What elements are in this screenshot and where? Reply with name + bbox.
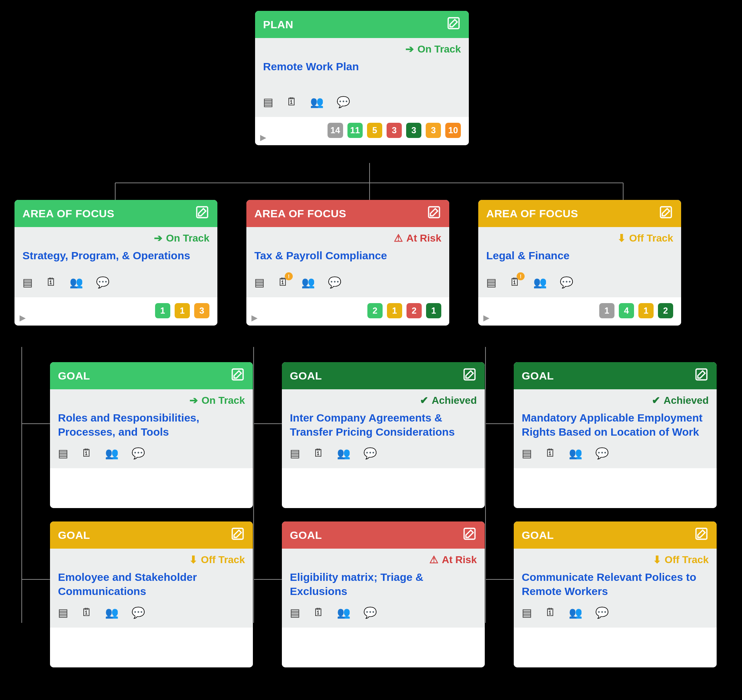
count-badge[interactable]: 1	[426, 303, 441, 318]
arrow-circle-right-icon: ➔	[190, 394, 198, 406]
group-icon[interactable]: 👥	[337, 447, 350, 460]
server-icon[interactable]: ▤	[486, 276, 496, 288]
status-text: Achieved	[664, 395, 709, 406]
calendar-icon[interactable]: 🗓	[545, 447, 556, 460]
calendar-icon[interactable]: 🗓	[313, 447, 324, 460]
count-badge[interactable]: 2	[367, 303, 383, 318]
edit-icon[interactable]	[694, 367, 709, 384]
count-badge[interactable]: 2	[658, 303, 673, 318]
goal-card-footer-blank	[50, 468, 253, 508]
count-badge[interactable]: 1	[155, 303, 170, 318]
goal-title-link[interactable]: Inter Company Agreements & Transfer Pric…	[290, 411, 477, 440]
group-icon[interactable]: 👥	[337, 606, 350, 619]
goal-card: GOAL ➔ On Track Roles and Responsibiliti…	[50, 362, 253, 508]
calendar-icon[interactable]: 🗓	[313, 606, 324, 619]
edit-icon[interactable]	[230, 367, 245, 384]
count-badge[interactable]: 1	[638, 303, 654, 318]
status-text: At Risk	[406, 232, 441, 244]
server-icon[interactable]: ▤	[522, 447, 532, 460]
goal-card-body: ⚠ At Risk Eligibility matrix; Triage & E…	[282, 549, 485, 628]
edit-icon[interactable]	[694, 526, 709, 544]
chat-icon[interactable]: 💬	[96, 276, 109, 288]
server-icon[interactable]: ▤	[254, 276, 265, 288]
count-badge[interactable]: 2	[406, 303, 422, 318]
group-icon[interactable]: 👥	[69, 276, 83, 288]
expand-caret-icon[interactable]: ▶	[483, 313, 489, 323]
chat-icon[interactable]: 💬	[328, 276, 341, 288]
card-icon-row: ▤ 🗓 👥 💬	[290, 446, 477, 462]
server-icon[interactable]: ▤	[290, 606, 300, 619]
area-card-body: ⬇ Off Track Legal & Finance ▤ 🗓! 👥 💬	[478, 227, 681, 297]
count-badge[interactable]: 3	[194, 303, 209, 318]
alert-triangle-icon: ⚠	[429, 554, 439, 566]
edit-icon[interactable]	[427, 205, 441, 222]
server-icon[interactable]: ▤	[263, 96, 273, 108]
count-badge[interactable]: 1	[175, 303, 190, 318]
server-icon[interactable]: ▤	[290, 447, 300, 460]
count-badge[interactable]: 1	[599, 303, 614, 318]
group-icon[interactable]: 👥	[310, 96, 324, 108]
area-title-link[interactable]: Strategy, Program, & Operations	[22, 249, 209, 269]
count-badge[interactable]: 5	[367, 123, 382, 138]
area-title-link[interactable]: Tax & Payroll Compliance	[254, 249, 441, 269]
goal-card: GOAL ⬇ Off Track Communicate Relevant Po…	[514, 522, 717, 668]
card-icon-row: ▤ 🗓 👥 💬	[290, 605, 477, 621]
expand-caret-icon[interactable]: ▶	[19, 313, 26, 323]
goal-title-link[interactable]: Eligibility matrix; Triage & Exclusions	[290, 570, 477, 599]
goal-title-link[interactable]: Roles and Responsibilities, Processes, a…	[58, 411, 245, 440]
chat-icon[interactable]: 💬	[364, 606, 377, 619]
group-icon[interactable]: 👥	[105, 606, 118, 619]
count-badge[interactable]: 11	[347, 123, 363, 138]
calendar-icon[interactable]: 🗓	[286, 96, 297, 108]
server-icon[interactable]: ▤	[522, 606, 532, 619]
group-icon[interactable]: 👥	[533, 276, 547, 288]
goal-title-link[interactable]: Communicate Relevant Polices to Remote W…	[522, 570, 709, 599]
group-icon[interactable]: 👥	[569, 606, 582, 619]
server-icon[interactable]: ▤	[58, 606, 68, 619]
area-card-body: ➔ On Track Strategy, Program, & Operatio…	[15, 227, 217, 297]
calendar-icon[interactable]: 🗓!	[509, 276, 520, 288]
edit-icon[interactable]	[195, 205, 209, 222]
calendar-icon[interactable]: 🗓	[46, 276, 56, 288]
calendar-icon[interactable]: 🗓	[81, 447, 92, 460]
calendar-icon[interactable]: 🗓!	[278, 276, 289, 288]
chat-icon[interactable]: 💬	[560, 276, 573, 288]
edit-icon[interactable]	[659, 205, 673, 222]
group-icon[interactable]: 👥	[302, 276, 315, 288]
area-title-link[interactable]: Legal & Finance	[486, 249, 673, 269]
goal-title-link[interactable]: Emoloyee and Stakeholder Communications	[58, 570, 245, 599]
goal-title-link[interactable]: Mandatory Applicable Employment Rights B…	[522, 411, 709, 440]
area-card: AREA OF FOCUS ⬇ Off Track Legal & Financ…	[478, 200, 681, 325]
group-icon[interactable]: 👥	[569, 447, 582, 460]
calendar-icon[interactable]: 🗓	[545, 606, 556, 619]
expand-caret-icon[interactable]: ▶	[260, 133, 266, 142]
count-badge[interactable]: 4	[619, 303, 634, 318]
chat-icon[interactable]: 💬	[595, 447, 609, 460]
count-badge[interactable]: 3	[426, 123, 441, 138]
calendar-icon[interactable]: 🗓	[81, 606, 92, 619]
chat-icon[interactable]: 💬	[131, 606, 145, 619]
expand-caret-icon[interactable]: ▶	[252, 313, 258, 323]
chat-icon[interactable]: 💬	[595, 606, 609, 619]
status-text: At Risk	[442, 554, 477, 566]
plan-card-body: ➔ On Track Remote Work Plan ▤ 🗓 👥 💬	[255, 38, 469, 117]
chat-icon[interactable]: 💬	[337, 96, 350, 108]
edit-icon[interactable]	[446, 16, 461, 33]
count-badge[interactable]: 3	[406, 123, 421, 138]
server-icon[interactable]: ▤	[22, 276, 32, 288]
server-icon[interactable]: ▤	[58, 447, 68, 460]
goal-card-body: ⬇ Off Track Communicate Relevant Polices…	[514, 549, 717, 628]
chat-icon[interactable]: 💬	[131, 447, 145, 460]
count-badge[interactable]: 10	[445, 123, 461, 138]
group-icon[interactable]: 👥	[105, 447, 118, 460]
card-type-label: GOAL	[522, 370, 554, 382]
count-badge[interactable]: 14	[328, 123, 343, 138]
count-badge[interactable]: 3	[387, 123, 402, 138]
edit-icon[interactable]	[462, 526, 477, 544]
plan-title-link[interactable]: Remote Work Plan	[263, 59, 461, 88]
chat-icon[interactable]: 💬	[364, 447, 377, 460]
alert-badge-icon: !	[285, 272, 293, 280]
edit-icon[interactable]	[462, 367, 477, 384]
count-badge[interactable]: 1	[387, 303, 402, 318]
edit-icon[interactable]	[230, 526, 245, 544]
